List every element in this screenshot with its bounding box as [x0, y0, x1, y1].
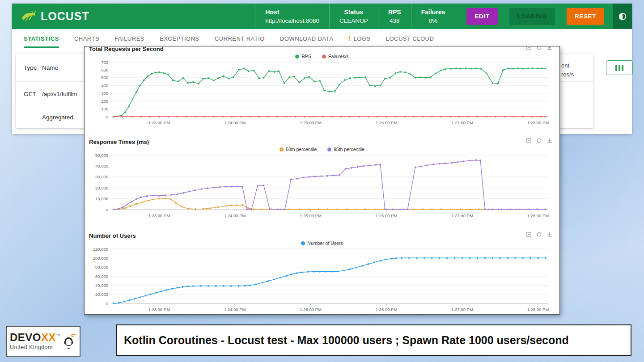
svg-text:200: 200 — [101, 99, 108, 104]
users-chart-plot[interactable]: 020,00040,00060,00080,000100,000120,0001… — [89, 246, 555, 315]
tab-charts[interactable]: CHARTS — [74, 29, 99, 48]
column-selector-button[interactable] — [606, 60, 633, 75]
response-times-chart-plot[interactable]: 010,00020,00030,00040,00050,0001:23:00 P… — [89, 152, 555, 222]
svg-text:20,000: 20,000 — [95, 185, 108, 190]
legend-item[interactable]: 50th percentile — [280, 147, 317, 152]
rps-label: RPS — [388, 8, 401, 16]
save-image-icon[interactable] — [547, 232, 552, 237]
svg-text:20,000: 20,000 — [95, 292, 108, 297]
host-label: Host — [265, 8, 279, 16]
charts-panel: Total Requests per Second RPSFailures/s … — [84, 46, 560, 315]
legend-label: RPS — [301, 54, 311, 59]
legend-dot-icon — [301, 241, 305, 245]
zoom-reset-icon[interactable] — [536, 232, 542, 237]
partial-text: res/s — [561, 70, 574, 79]
tab-logs[interactable]: ! LOGS — [348, 29, 370, 48]
partial-text: ent — [561, 61, 574, 70]
svg-text:1:28:00 PM: 1:28:00 PM — [527, 307, 549, 312]
tab-label: LOGS — [354, 35, 371, 42]
header-right: Host http://localhost:8080 Status CLEANU… — [255, 4, 632, 29]
devoxx-trademark: ™ — [56, 333, 60, 338]
zoom-reset-icon[interactable] — [536, 46, 542, 51]
zoom-select-icon[interactable] — [526, 46, 532, 51]
svg-text:100: 100 — [101, 106, 108, 111]
failures-value: 0% — [429, 17, 438, 24]
caption-bar: Kotlin Coroutines - Locust test - Max 10… — [116, 324, 631, 356]
reset-button[interactable]: RESET — [567, 8, 604, 25]
legend-dot-icon — [280, 147, 284, 152]
tab-current-ratio[interactable]: CURRENT RATIO — [215, 29, 265, 48]
chart-toolbox — [526, 138, 552, 143]
tab-label: FAILURES — [114, 35, 144, 42]
svg-text:1:24:00 PM: 1:24:00 PM — [224, 213, 246, 218]
svg-text:60,000: 60,000 — [95, 274, 108, 279]
tab-exceptions[interactable]: EXCEPTIONS — [160, 29, 199, 48]
svg-text:50,000: 50,000 — [95, 153, 108, 158]
tab-label: CHARTS — [74, 35, 99, 42]
svg-text:500: 500 — [101, 75, 108, 80]
svg-text:1:27:00 PM: 1:27:00 PM — [451, 120, 473, 125]
svg-text:600: 600 — [101, 67, 108, 72]
presentation-slide: LOCUST Host http://localhost:8080 Status… — [0, 0, 644, 362]
svg-text:1:23:00 PM: 1:23:00 PM — [148, 213, 170, 218]
legend-label: 95th percentile — [334, 147, 364, 152]
failures-label: Failures — [421, 8, 445, 16]
tab-label: STATISTICS — [24, 35, 59, 42]
column-header-type[interactable]: Type — [16, 64, 42, 71]
status-stat: Status CLEANUP — [329, 4, 378, 29]
legend-label: Failures/s — [328, 54, 349, 59]
chart-title-users: Number of Users — [89, 232, 555, 239]
loading-button: LOADING — [509, 8, 555, 25]
tab-locust-cloud[interactable]: LOCUST CLOUD — [386, 29, 434, 48]
legend-dot-icon — [295, 55, 299, 59]
save-image-icon[interactable] — [547, 138, 552, 143]
cell-type: GET — [16, 91, 42, 97]
chart-toolbox — [526, 232, 552, 237]
legend-label: Number of Users — [307, 240, 343, 246]
legend-item[interactable]: Failures/s — [322, 54, 349, 59]
svg-text:100,000: 100,000 — [93, 256, 108, 261]
zoom-select-icon[interactable] — [526, 232, 532, 237]
chart-title-response-times: Response Times (ms) — [89, 139, 555, 145]
locust-brand[interactable]: LOCUST — [20, 10, 89, 23]
svg-text:1:28:00 PM: 1:28:00 PM — [527, 213, 549, 218]
tab-statistics[interactable]: STATISTICS — [24, 29, 59, 48]
svg-text:1:25:00 PM: 1:25:00 PM — [300, 307, 322, 312]
devoxx-name-orange: XX — [41, 331, 56, 343]
svg-text:40,000: 40,000 — [95, 164, 108, 168]
svg-text:40,000: 40,000 — [95, 283, 108, 288]
nav-tabs: STATISTICS CHARTS FAILURES EXCEPTIONS CU… — [12, 29, 632, 48]
tab-download-data[interactable]: DOWNLOAD DATA — [280, 29, 333, 48]
tab-failures[interactable]: FAILURES — [114, 29, 144, 48]
legend-dot-icon — [327, 147, 331, 152]
legend-item[interactable]: RPS — [295, 54, 311, 59]
svg-text:300: 300 — [101, 91, 108, 96]
svg-text:1:24:00 PM: 1:24:00 PM — [224, 120, 246, 125]
zoom-reset-icon[interactable] — [536, 138, 542, 143]
svg-text:0: 0 — [106, 301, 108, 306]
svg-text:1:26:00 PM: 1:26:00 PM — [376, 307, 398, 312]
zoom-select-icon[interactable] — [526, 138, 532, 143]
svg-text:1:23:00 PM: 1:23:00 PM — [148, 120, 170, 125]
rps-chart-plot[interactable]: 01002003004005006007001:23:00 PM1:24:00 … — [89, 59, 555, 129]
app-header: LOCUST Host http://localhost:8080 Status… — [12, 4, 632, 29]
tab-label: LOCUST CLOUD — [386, 35, 434, 42]
edit-button[interactable]: EDIT — [466, 8, 497, 25]
chart-legend: RPSFailures/s — [89, 54, 555, 59]
legend-dot-icon — [322, 55, 326, 59]
legend-label: 50th percentile — [286, 147, 317, 152]
save-image-icon[interactable] — [547, 46, 552, 51]
legend-item[interactable]: 95th percentile — [327, 147, 364, 152]
chart-title-rps: Total Requests per Second — [89, 46, 555, 52]
legend-item[interactable]: Number of Users — [301, 240, 343, 246]
devoxx-subtitle: United Kingdom — [10, 345, 60, 350]
columns-icon — [615, 65, 617, 71]
chart-legend: 50th percentile95th percentile — [89, 147, 555, 152]
failures-stat: Failures 0% — [411, 4, 455, 29]
svg-text:0: 0 — [106, 207, 108, 212]
rps-value: 438 — [390, 17, 400, 24]
header-buttons: EDIT LOADING RESET — [455, 4, 613, 29]
theme-toggle-button[interactable] — [613, 4, 632, 29]
rps-stat: RPS 438 — [378, 4, 411, 29]
svg-text:30,000: 30,000 — [95, 174, 108, 179]
